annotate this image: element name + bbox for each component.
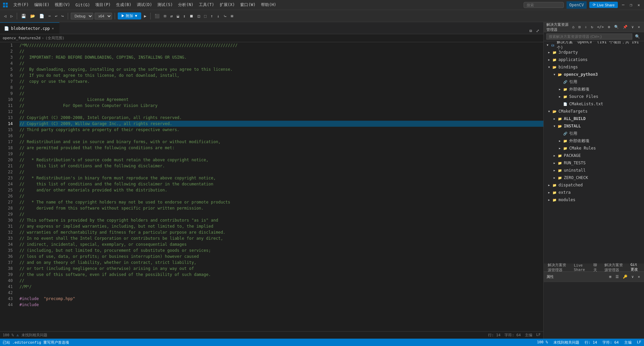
- tree-item-9[interactable]: ▶ 📁 ALL_BUILD: [544, 115, 644, 122]
- tree-item-18[interactable]: ▶ 📁 dispatched: [544, 181, 644, 189]
- tab-blobdetector[interactable]: 📄 blobdetector.cpp ✕: [0, 22, 59, 34]
- tree-item-13[interactable]: ▶ 📁 CMake Rules: [544, 145, 644, 152]
- menu-debug[interactable]: 调试(D): [134, 1, 155, 9]
- menu-test[interactable]: 测试(S): [155, 1, 175, 9]
- status-mode[interactable]: 主编: [624, 340, 632, 345]
- toolbar-undo-button[interactable]: ↩: [54, 13, 59, 19]
- se-close-icon[interactable]: ✕: [636, 24, 641, 30]
- tree-item-4[interactable]: 🔗 引用: [544, 78, 644, 85]
- toolbar-misc-5[interactable]: ↕: [182, 13, 187, 19]
- menu-extensions[interactable]: 扩展(X): [217, 1, 238, 9]
- tree-item-20[interactable]: ▶ 📁 modules: [544, 196, 644, 204]
- toolbar-back-button[interactable]: ◁: [3, 13, 8, 19]
- window-restore-button[interactable]: ❐: [629, 2, 634, 8]
- toolbar-new-button[interactable]: 📄: [38, 13, 46, 19]
- toolbar-misc-12[interactable]: ⊞: [229, 13, 234, 19]
- props-key-icon[interactable]: 🔑: [622, 274, 629, 280]
- toolbar-cut-button[interactable]: ✂: [47, 13, 52, 19]
- editor-split-button[interactable]: ⊟: [528, 28, 533, 34]
- menu-file[interactable]: 文件(F): [11, 1, 32, 9]
- status-char[interactable]: 字符: 64: [602, 340, 619, 345]
- menu-help[interactable]: 帮助(H): [258, 1, 279, 9]
- toolbar-misc-9[interactable]: ↑: [209, 13, 214, 19]
- status-encoding[interactable]: LF: [637, 340, 641, 345]
- platform-select[interactable]: x64: [95, 13, 112, 19]
- editor-maximize-button[interactable]: ⤢: [535, 28, 541, 34]
- tab-live-share[interactable]: Live Share: [571, 263, 590, 273]
- window-close-button[interactable]: ✕: [636, 2, 641, 8]
- menu-build[interactable]: 生成(B): [113, 1, 134, 9]
- toolbar-misc-6[interactable]: ⏹: [188, 13, 195, 19]
- se-collapse-icon[interactable]: ⇩: [583, 24, 588, 30]
- tree-solution-root[interactable]: ▼ 🗂 解决方案 'OpenCV' (191 个项目，共 191 个): [544, 41, 644, 49]
- tree-item-5[interactable]: ▶ 📁 外部依赖项: [544, 85, 644, 93]
- props-close-icon[interactable]: ✕: [636, 274, 641, 280]
- tree-item-2[interactable]: ▼ 📂 bindings: [544, 63, 644, 71]
- tree-icon-18: 📁: [552, 182, 557, 188]
- toolbar-open-button[interactable]: 📂: [29, 13, 37, 19]
- code-content[interactable]: /*M/////////////////////////////////////…: [17, 42, 543, 331]
- menu-view[interactable]: 视图(V): [52, 1, 73, 9]
- editor-zoom[interactable]: 100 %: [3, 333, 14, 337]
- toolbar-misc-10[interactable]: ↓: [216, 13, 221, 19]
- toolbar-misc-11[interactable]: ⤿: [222, 13, 228, 19]
- breadcrumb-scope[interactable]: opencv_features2d: [3, 36, 41, 40]
- toolbar-misc-7[interactable]: ◫: [196, 13, 201, 19]
- tree-item-3[interactable]: ▼ 📂 opencv_python3: [544, 71, 644, 78]
- menu-window[interactable]: 窗口(W): [237, 1, 258, 9]
- tree-item-7[interactable]: 📄 CMakeLists.txt: [544, 100, 644, 108]
- toolbar-forward-button[interactable]: ▷: [9, 13, 14, 19]
- status-line[interactable]: 行: 14: [585, 340, 597, 345]
- toolbar-save-button[interactable]: 💾: [20, 13, 28, 19]
- se-settings-icon[interactable]: ⚙: [606, 24, 611, 30]
- se-filter-icon[interactable]: ⊡: [577, 24, 582, 30]
- tree-item-19[interactable]: ▶ 📁 extra: [544, 189, 644, 196]
- tree-item-6[interactable]: ▶ 📁 Source Files: [544, 93, 644, 100]
- status-no-issues[interactable]: 未找到相关问题: [553, 340, 579, 345]
- se-refresh-icon[interactable]: ↻: [590, 24, 595, 30]
- se-chevron-icon[interactable]: ∨: [630, 24, 635, 30]
- se-pin-icon[interactable]: 📌: [622, 24, 629, 30]
- live-share-button[interactable]: ⟳ Live Share: [589, 2, 618, 8]
- toolbar-misc-4[interactable]: ⬓: [175, 13, 180, 19]
- tree-item-8[interactable]: ▼ 📂 CMakeTargets: [544, 108, 644, 115]
- se-code-icon[interactable]: </>: [596, 24, 605, 30]
- toolbar-attach-button[interactable]: ▶ 附加 ▼: [118, 12, 141, 19]
- toolbar-misc-8[interactable]: ⬚: [203, 13, 208, 19]
- props-list-icon[interactable]: ☰: [614, 274, 620, 280]
- status-editorconfig[interactable]: 已站 .editorconfig 重写用户首选项: [3, 340, 69, 345]
- toolbar-misc-2[interactable]: ⊡: [162, 13, 167, 19]
- tree-item-17[interactable]: ▶ 📁 ZERO_CHECK: [544, 174, 644, 181]
- se-search-input[interactable]: [546, 34, 632, 40]
- se-search-go-icon[interactable]: 🔍: [634, 34, 641, 40]
- menu-analyze[interactable]: 分析(N): [175, 1, 196, 9]
- line-number-41: 41: [0, 284, 13, 290]
- tree-item-12[interactable]: ▶ 📁 外部依赖项: [544, 137, 644, 145]
- tree-item-10[interactable]: ▼ 📂 INSTALL: [544, 122, 644, 130]
- tree-item-16[interactable]: ▶ 📁 uninstall: [544, 167, 644, 174]
- tree-item-15[interactable]: ▶ 📁 RUN_TESTS: [544, 159, 644, 167]
- search-input[interactable]: [524, 2, 564, 8]
- status-zoom[interactable]: 100 %: [537, 340, 548, 345]
- tree-item-11[interactable]: 🔗 引用: [544, 130, 644, 137]
- props-pin-icon[interactable]: ∨: [630, 274, 635, 280]
- props-sort-icon[interactable]: ⊞: [608, 274, 613, 280]
- menu-opencv[interactable]: OpenCV: [567, 1, 586, 9]
- se-home-icon[interactable]: ⌂: [571, 24, 576, 30]
- toolbar-play-button[interactable]: ▶: [143, 13, 148, 19]
- menu-tools[interactable]: 工具(T): [196, 1, 217, 9]
- debug-config-select[interactable]: Debug: [71, 13, 93, 19]
- tree-item-1[interactable]: ▶ 📁 applications: [544, 56, 644, 63]
- menu-git[interactable]: Git(G): [73, 1, 93, 9]
- se-search-icon[interactable]: 🔍: [613, 24, 620, 30]
- window-minimize-button[interactable]: ─: [621, 2, 626, 8]
- tree-label-6: Source Files: [569, 94, 598, 99]
- line-number-19: 19: [0, 151, 13, 157]
- toolbar-misc-1[interactable]: ⬛: [153, 13, 161, 19]
- toolbar-redo-button[interactable]: ↪: [60, 13, 65, 19]
- tab-close-button[interactable]: ✕: [52, 26, 54, 30]
- menu-project[interactable]: 项目(P): [93, 1, 113, 9]
- toolbar-misc-3[interactable]: ⇄: [169, 13, 174, 19]
- tree-item-14[interactable]: ▶ 📁 PACKAGE: [544, 152, 644, 159]
- menu-edit[interactable]: 编辑(E): [32, 1, 52, 9]
